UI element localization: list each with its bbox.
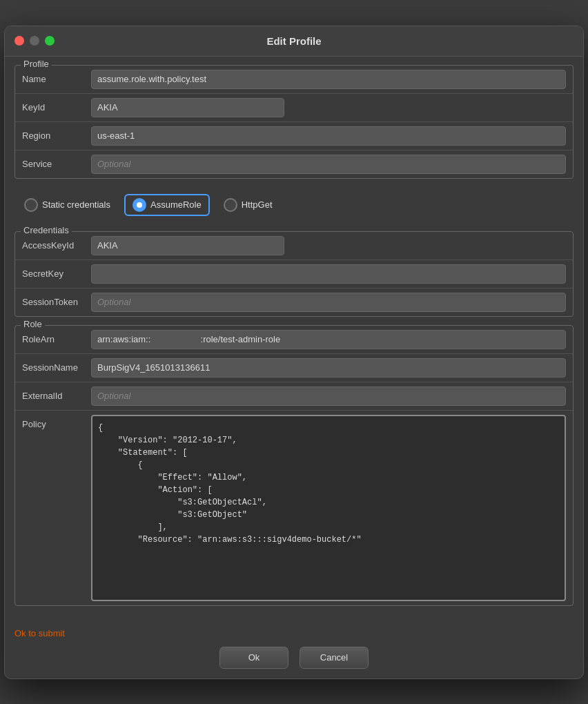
region-input[interactable] [91,126,566,146]
external-id-row: ExternalId [15,382,573,411]
policy-row: Policy { "Version": "2012-10-17", "State… [15,411,573,605]
role-arn-row: RoleArn [15,326,573,354]
role-section: Role RoleArn SessionName ExternalId Poli… [14,325,574,606]
radio-assumerole-inner [137,202,142,208]
external-id-input[interactable] [91,387,566,406]
service-row: Service [15,150,573,178]
traffic-lights [14,36,55,46]
maximize-button[interactable] [45,36,55,46]
profile-section: Profile Name KeyId Region Service [14,65,574,179]
secret-key-row: SecretKey [15,260,573,289]
radio-static[interactable]: Static credentials [24,198,110,212]
button-row: Ok Cancel [5,641,583,678]
service-label: Service [22,159,91,169]
session-name-input[interactable] [91,358,566,378]
role-section-label: Role [21,319,45,329]
radio-assumerole-label: AssumeRole [150,199,202,210]
credentials-section-label: Credentials [21,225,72,235]
radio-static-label: Static credentials [42,199,110,210]
ok-button[interactable]: Ok [219,647,288,669]
titlebar: Edit Profile [5,26,583,57]
radio-httpget[interactable]: HttpGet [224,198,273,212]
radio-httpget-label: HttpGet [242,199,273,210]
access-key-id-label: AccessKeyId [22,240,91,251]
session-token-label: SessionToken [22,297,91,307]
session-token-input[interactable] [91,293,566,312]
role-arn-label: RoleArn [22,334,91,344]
ok-to-submit-text: Ok to submit [5,624,583,641]
region-label: Region [22,130,91,141]
secret-key-label: SecretKey [22,268,91,279]
policy-label: Policy [22,415,91,429]
role-arn-input[interactable] [91,330,566,349]
radio-assumerole-highlight[interactable]: AssumeRole [124,194,210,216]
minimize-button[interactable] [30,36,39,46]
session-token-row: SessionToken [15,289,573,316]
access-key-id-row: AccessKeyId [15,232,573,260]
close-button[interactable] [14,36,24,46]
region-row: Region [15,122,573,150]
radio-group: Static credentials AssumeRole HttpGet [14,187,574,223]
name-label: Name [22,74,91,84]
external-id-label: ExternalId [22,391,91,401]
secret-key-input[interactable] [91,264,566,284]
service-input[interactable] [91,155,566,174]
radio-assumerole-button[interactable] [133,198,146,212]
keyid-row: KeyId [15,94,573,122]
content-area: Profile Name KeyId Region Service [5,57,583,624]
keyid-label: KeyId [22,102,91,113]
credentials-section: Credentials AccessKeyId SecretKey Sessio… [14,231,574,317]
session-name-row: SessionName [15,354,573,382]
access-key-id-input[interactable] [91,236,284,255]
cancel-button[interactable]: Cancel [300,647,369,669]
window-title: Edit Profile [266,35,321,47]
radio-httpget-button[interactable] [224,198,237,212]
name-row: Name [15,66,573,94]
name-input[interactable] [91,70,566,89]
profile-section-label: Profile [21,59,52,69]
policy-textarea[interactable]: { "Version": "2012-10-17", "Statement": … [91,415,566,601]
edit-profile-window: Edit Profile Profile Name KeyId Region [4,26,584,679]
keyid-input[interactable] [91,98,284,117]
radio-static-button[interactable] [24,198,38,212]
footer: Ok to submit Ok Cancel [5,624,583,678]
session-name-label: SessionName [22,362,91,373]
